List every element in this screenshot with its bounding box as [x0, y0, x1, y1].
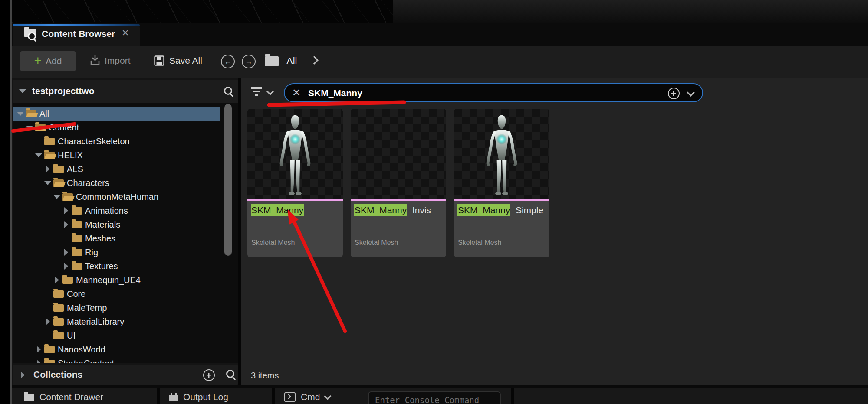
output-log-button[interactable]: Output Log — [169, 392, 228, 402]
expander-open-icon[interactable] — [16, 112, 24, 116]
tree-row-core[interactable]: Core — [13, 287, 238, 301]
expander-triangle — [37, 346, 41, 353]
expander-closed-icon[interactable] — [53, 277, 61, 283]
closed-folder-icon — [53, 332, 64, 339]
asset-type-label: Skeletal Mesh — [251, 239, 295, 247]
project-expander-icon[interactable] — [19, 89, 26, 93]
add-collection-icon[interactable] — [203, 369, 215, 381]
closed-folder-icon — [44, 346, 55, 353]
closed-folder-icon — [72, 207, 82, 215]
tree-row-materiallibrary[interactable]: MaterialLibrary — [13, 315, 238, 329]
tree-row-materials[interactable]: Materials — [13, 218, 238, 231]
forward-arrow-icon: → — [245, 58, 253, 65]
expander-open-icon[interactable] — [44, 181, 52, 185]
expander-triangle — [46, 166, 50, 173]
asset-tile-skm_manny[interactable]: SKM_MannySkeletal Mesh — [247, 109, 343, 257]
asset-name-suffix: _Invis — [407, 205, 431, 215]
expander-closed-icon[interactable] — [62, 221, 70, 228]
save-search-icon[interactable] — [668, 88, 680, 99]
console-command-input[interactable] — [368, 391, 501, 404]
search-options-chevron-icon[interactable] — [687, 88, 694, 96]
tree-row-label: Textures — [85, 261, 118, 271]
expander-closed-icon[interactable] — [44, 166, 52, 173]
tree-row-mannequin_ue4[interactable]: Mannequin_UE4 — [13, 273, 238, 287]
tree-row-startercontent[interactable]: StarterContent — [13, 356, 238, 363]
asset-search-bar[interactable]: ✕ — [284, 83, 703, 102]
filters-icon[interactable] — [251, 87, 262, 96]
folder-tree: AllContentCharacterSkeletonHELIXALSChara… — [13, 103, 238, 363]
asset-tile-skm_manny_simple[interactable]: SKM_Manny_SimpleSkeletal Mesh — [454, 109, 549, 257]
expander-open-icon[interactable] — [26, 126, 33, 130]
tree-row-rig[interactable]: Rig — [13, 245, 238, 259]
collections-label: Collections — [33, 369, 82, 380]
expander-closed-icon[interactable] — [62, 207, 70, 214]
output-log-icon — [169, 393, 178, 401]
asset-tile-skm_manny_invis[interactable]: SKM_Manny_InvisSkeletal Mesh — [351, 109, 446, 257]
clear-search-icon[interactable]: ✕ — [292, 88, 301, 98]
expander-triangle — [55, 277, 59, 283]
tree-row-label: StarterContent — [58, 358, 114, 363]
open-folder-icon — [35, 124, 46, 131]
tree-row-characterskeleton[interactable]: CharacterSkeleton — [13, 134, 238, 148]
asset-search-input[interactable] — [307, 84, 639, 102]
expander-closed-icon[interactable] — [44, 318, 52, 325]
tree-row-animations[interactable]: Animations — [13, 204, 238, 218]
tree-row-characters[interactable]: Characters — [13, 176, 238, 190]
mannequin-figure — [469, 114, 534, 199]
open-folder-icon — [44, 152, 55, 159]
tree-row-all[interactable]: All — [13, 107, 220, 121]
tree-row-als[interactable]: ALS — [13, 162, 238, 176]
filters-chevron-icon[interactable] — [266, 87, 274, 95]
tree-row-label: MaterialLibrary — [67, 317, 124, 327]
tree-row-label: HELIX — [58, 150, 83, 160]
expander-open-icon[interactable] — [35, 153, 43, 157]
asset-type-label: Skeletal Mesh — [458, 239, 502, 247]
expander-closed-icon[interactable] — [62, 263, 70, 270]
expander-triangle — [64, 263, 68, 270]
tree-row-label: ALS — [67, 164, 83, 174]
navigate-back-button[interactable]: ← — [221, 55, 235, 68]
statusbar-divider — [272, 388, 275, 404]
import-button[interactable]: Import — [90, 55, 131, 66]
plus-icon: + — [34, 54, 42, 67]
tree-row-textures[interactable]: Textures — [13, 259, 238, 273]
sidebar-search-icon[interactable] — [224, 86, 234, 97]
expander-closed-icon[interactable] — [62, 249, 70, 256]
tab-close-icon[interactable]: ✕ — [122, 28, 129, 38]
collections-search-icon[interactable] — [226, 369, 236, 380]
tree-row-meshes[interactable]: Meshes — [13, 231, 238, 245]
collections-panel[interactable]: Collections — [13, 365, 238, 385]
closed-folder-icon — [53, 318, 64, 326]
tree-row-content[interactable]: Content — [13, 121, 238, 134]
collections-expander-icon[interactable] — [21, 371, 25, 378]
tab-title: Content Browser — [42, 29, 115, 39]
cmd-label: Cmd — [301, 392, 320, 402]
tree-row-commonmetahuman[interactable]: CommonMetaHuman — [13, 190, 238, 204]
navigate-forward-button[interactable]: → — [242, 55, 256, 68]
tree-row-nanosworld[interactable]: NanosWorld — [13, 342, 238, 356]
output-log-label: Output Log — [183, 392, 228, 402]
cmd-button[interactable]: Cmd — [284, 392, 330, 402]
asset-info: SKM_Manny_SimpleSkeletal Mesh — [454, 201, 549, 257]
add-button-label: Add — [46, 56, 62, 66]
save-icon — [154, 55, 165, 66]
tree-row-ui[interactable]: UI — [13, 329, 238, 342]
content-drawer-button[interactable]: Content Drawer — [24, 392, 103, 402]
tree-row-label: CommonMetaHuman — [76, 192, 158, 202]
save-all-button[interactable]: Save All — [154, 55, 202, 66]
expander-open-icon[interactable] — [53, 195, 61, 199]
tree-row-helix[interactable]: HELIX — [13, 148, 238, 162]
tree-row-maletemp[interactable]: MaleTemp — [13, 301, 238, 315]
tree-scrollbar[interactable] — [224, 104, 232, 256]
panel-splitter[interactable] — [238, 78, 241, 387]
add-button[interactable]: + Add — [20, 51, 76, 71]
sidebar-project-header[interactable]: testprojecttwo — [13, 80, 238, 103]
closed-folder-icon — [72, 263, 82, 270]
breadcrumb-path-all[interactable]: All — [286, 55, 297, 67]
tree-row-label: Animations — [85, 206, 128, 216]
asset-grid: SKM_MannySkeletal MeshSKM_Manny_InvisSke… — [247, 109, 549, 257]
expander-closed-icon[interactable] — [35, 360, 43, 363]
expander-closed-icon[interactable] — [35, 346, 43, 353]
breadcrumb-chevron-icon[interactable] — [310, 56, 319, 65]
asset-view-panel: ✕ SKM_MannySkeletal MeshSKM_Manny_InvisS… — [241, 78, 868, 387]
